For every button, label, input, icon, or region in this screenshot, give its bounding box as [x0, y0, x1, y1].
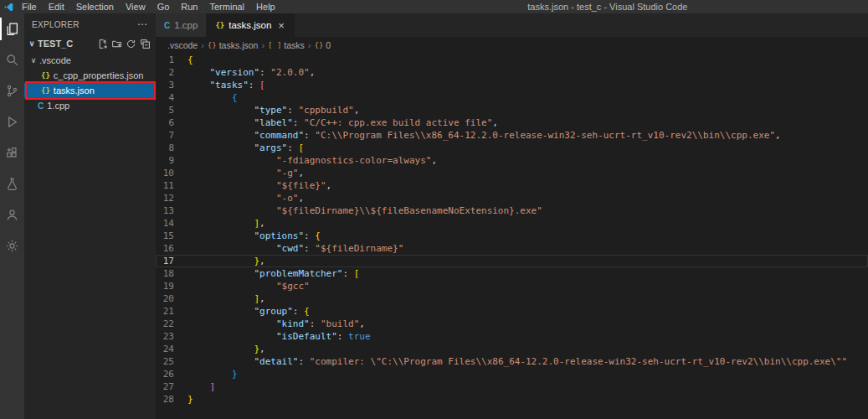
line-number[interactable]: 8: [156, 142, 187, 154]
menu-item-edit[interactable]: Edit: [43, 0, 70, 13]
code-line-27[interactable]: 27 ]: [156, 380, 868, 393]
code-text: }: [187, 393, 193, 406]
breadcrumb-item-0[interactable]: {} 0: [315, 40, 331, 50]
code-line-13[interactable]: 13 "${fileDirname}\\${fileBasenameNoExte…: [156, 204, 868, 217]
code-line-6[interactable]: 6 "label": "C/C++: cpp.exe build active …: [156, 116, 868, 129]
code-line-24[interactable]: 24 },: [156, 343, 868, 355]
line-number[interactable]: 21: [156, 305, 187, 318]
line-number[interactable]: 22: [156, 318, 187, 330]
line-number[interactable]: 12: [156, 192, 187, 204]
line-number[interactable]: 11: [156, 179, 187, 192]
code-line-12[interactable]: 12 "-o",: [156, 192, 868, 204]
line-number[interactable]: 17: [156, 255, 187, 267]
tab-1cpp[interactable]: C 1.cpp: [156, 13, 207, 37]
breadcrumb-item-vscode[interactable]: .vscode: [167, 40, 198, 50]
activitybar-source-control[interactable]: [0, 75, 24, 106]
line-number[interactable]: 3: [156, 79, 187, 91]
code-line-1[interactable]: 1{: [156, 54, 868, 66]
code-line-20[interactable]: 20 ],: [156, 292, 868, 305]
new-file-icon[interactable]: [97, 39, 108, 49]
code-line-7[interactable]: 7 "command": "C:\\Program Files\\x86_64-…: [156, 129, 868, 142]
line-number[interactable]: 24: [156, 343, 187, 355]
line-number[interactable]: 2: [156, 66, 187, 79]
tree-item-c-cpp-properties[interactable]: {} c_cpp_properties.json: [24, 68, 156, 83]
code-line-2[interactable]: 2 "version": "2.0.0",: [156, 66, 868, 79]
line-number[interactable]: 13: [156, 204, 187, 217]
new-folder-icon[interactable]: [111, 39, 122, 49]
code-line-28[interactable]: 28}: [156, 393, 868, 406]
code-line-5[interactable]: 5 "type": "cppbuild",: [156, 104, 868, 116]
line-number[interactable]: 14: [156, 217, 187, 230]
extensions-icon: [5, 146, 19, 160]
code-line-8[interactable]: 8 "args": [: [156, 142, 868, 154]
code-text: {: [187, 54, 193, 66]
line-number[interactable]: 27: [156, 380, 187, 393]
code-line-10[interactable]: 10 "-g",: [156, 167, 868, 179]
menu-item-run[interactable]: Run: [175, 0, 203, 13]
menu-item-terminal[interactable]: Terminal: [204, 0, 251, 13]
line-number[interactable]: 26: [156, 368, 187, 380]
more-actions-icon[interactable]: ⋯: [137, 18, 147, 30]
activitybar-testing[interactable]: [0, 168, 24, 199]
activitybar-extensions[interactable]: [0, 137, 24, 168]
code-line-14[interactable]: 14 ],: [156, 217, 868, 230]
menu-item-view[interactable]: View: [120, 0, 152, 13]
json-symbol-icon: {}: [208, 41, 217, 49]
activitybar-explorer[interactable]: [0, 13, 24, 44]
code-text: "args": [: [187, 142, 304, 154]
code-line-21[interactable]: 21 "group": {: [156, 305, 868, 318]
workbench: EXPLORER ⋯ ∨ TEST_C: [0, 13, 868, 419]
code-line-17[interactable]: 17 },: [156, 255, 868, 267]
code-line-23[interactable]: 23 "isDefault": true: [156, 330, 868, 343]
tree-item-vscode-folder[interactable]: ∨ .vscode: [24, 53, 156, 68]
activitybar-search[interactable]: [0, 44, 24, 75]
line-number[interactable]: 23: [156, 330, 187, 343]
breadcrumb-item-tasks-json[interactable]: {} tasks.json: [208, 40, 259, 50]
line-number[interactable]: 15: [156, 230, 187, 242]
line-number[interactable]: 4: [156, 91, 187, 104]
line-number[interactable]: 19: [156, 280, 187, 292]
file-tree: ∨ .vscode {} c_cpp_properties.json {} ta…: [24, 53, 156, 113]
code-text: "-fdiagnostics-color=always",: [187, 154, 437, 167]
menu-item-go[interactable]: Go: [152, 0, 176, 13]
menu-item-help[interactable]: Help: [250, 0, 281, 13]
line-number[interactable]: 5: [156, 104, 187, 116]
activitybar-settings[interactable]: [0, 230, 24, 261]
code-line-11[interactable]: 11 "${file}",: [156, 179, 868, 192]
line-number[interactable]: 6: [156, 116, 187, 129]
tab-tasks-json[interactable]: {} tasks.json ×: [207, 13, 295, 37]
activitybar-accounts[interactable]: [0, 199, 24, 230]
code-line-4[interactable]: 4 {: [156, 91, 868, 104]
code-line-15[interactable]: 15 "options": {: [156, 230, 868, 242]
activitybar-run-and-debug[interactable]: [0, 106, 24, 137]
search-icon: [5, 53, 19, 67]
line-number[interactable]: 20: [156, 292, 187, 305]
code-line-18[interactable]: 18 "problemMatcher": [: [156, 267, 868, 280]
file-label: 1.cpp: [47, 101, 69, 111]
code-line-19[interactable]: 19 "$gcc": [156, 280, 868, 292]
menu-item-selection[interactable]: Selection: [70, 0, 120, 13]
line-number[interactable]: 25: [156, 355, 187, 368]
collapse-all-icon[interactable]: [140, 39, 151, 49]
section-header-test-c[interactable]: ∨ TEST_C: [24, 35, 156, 52]
line-number[interactable]: 28: [156, 393, 187, 406]
refresh-icon[interactable]: [126, 39, 136, 49]
code-line-25[interactable]: 25 "detail": "compiler: \"C:\\Program Fi…: [156, 355, 868, 368]
close-tab-icon[interactable]: ×: [277, 20, 285, 31]
code-line-22[interactable]: 22 "kind": "build",: [156, 318, 868, 330]
line-number[interactable]: 1: [156, 54, 187, 66]
line-number[interactable]: 7: [156, 129, 187, 142]
code-line-16[interactable]: 16 "cwd": "${fileDirname}": [156, 242, 868, 255]
tree-item-1-cpp[interactable]: C 1.cpp: [24, 98, 156, 113]
code-line-9[interactable]: 9 "-fdiagnostics-color=always",: [156, 154, 868, 167]
code-text: "command": "C:\\Program Files\\x86_64-12…: [187, 129, 781, 142]
tree-item-tasks-json[interactable]: {} tasks.json: [24, 83, 156, 98]
line-number[interactable]: 9: [156, 154, 187, 167]
breadcrumb-item-tasks[interactable]: [ ] tasks: [268, 40, 305, 50]
line-number[interactable]: 16: [156, 242, 187, 255]
menu-item-file[interactable]: File: [16, 0, 43, 13]
line-number[interactable]: 10: [156, 167, 187, 179]
line-number[interactable]: 18: [156, 267, 187, 280]
code-line-26[interactable]: 26 }: [156, 368, 868, 380]
code-line-3[interactable]: 3 "tasks": [: [156, 79, 868, 91]
